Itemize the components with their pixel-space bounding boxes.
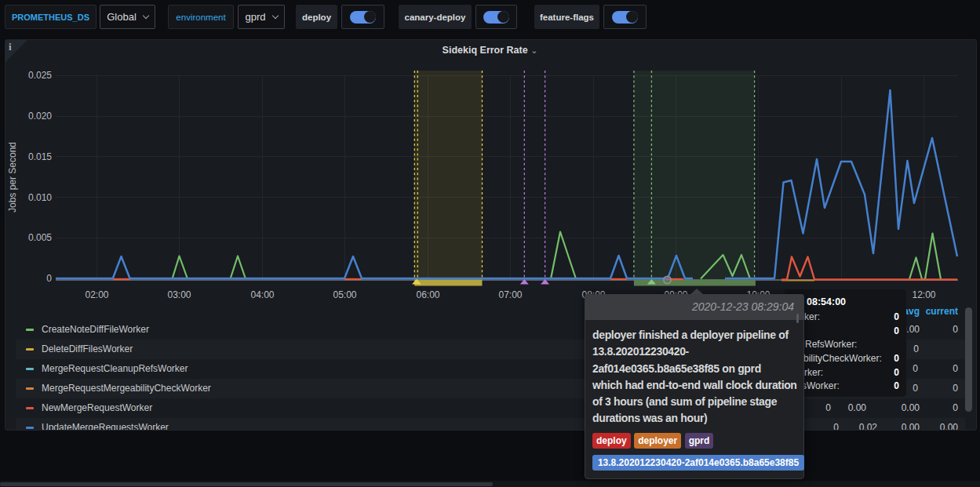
svg-text:0.025: 0.025 xyxy=(28,70,52,81)
svg-text:05:00: 05:00 xyxy=(333,289,356,300)
svg-text:0.010: 0.010 xyxy=(28,192,52,203)
svg-text:07:00: 07:00 xyxy=(498,289,522,300)
svg-text:0.015: 0.015 xyxy=(28,151,52,162)
svg-text:12:00: 12:00 xyxy=(912,289,935,300)
svg-text:0.020: 0.020 xyxy=(28,111,52,122)
svg-text:03:00: 03:00 xyxy=(167,289,191,300)
svg-text:Jobs per Second: Jobs per Second xyxy=(7,142,18,213)
svg-text:04:00: 04:00 xyxy=(250,289,274,300)
svg-text:0.005: 0.005 xyxy=(28,232,52,243)
svg-text:06:00: 06:00 xyxy=(416,289,439,300)
svg-text:0: 0 xyxy=(46,273,52,284)
svg-text:02:00: 02:00 xyxy=(85,289,108,300)
